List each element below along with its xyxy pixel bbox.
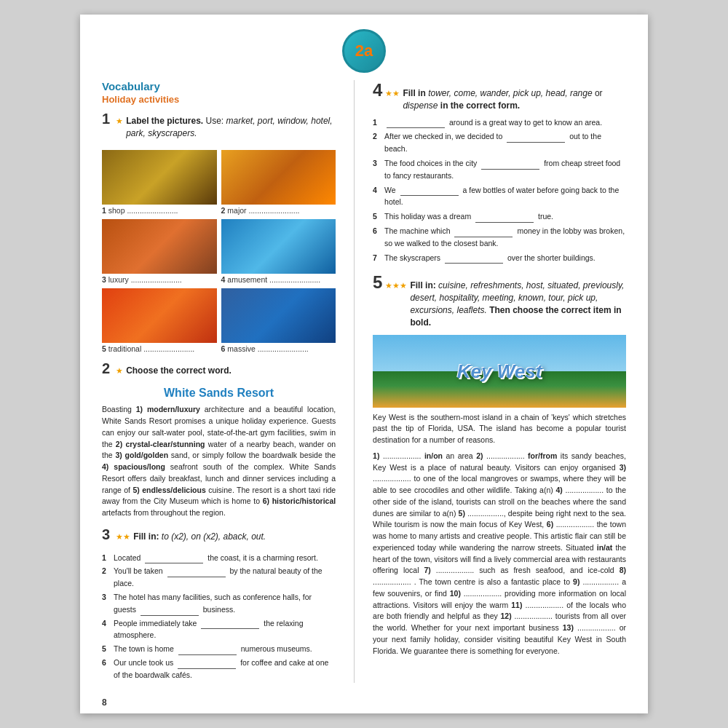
ex5-passage-main: 1) .................. in/on an area 2) .… [373,451,626,657]
ex3-item-1: 1 Located the coast, it is a charming re… [102,552,336,564]
badge: 2a [342,29,386,73]
ex1-stars: ★ [116,116,123,126]
left-column: Vocabulary Holiday activities 1 ★ Label … [102,80,336,683]
ex4-items: 1 around is a great way to get to know a… [373,116,626,264]
ex4-stars: ★★ [385,89,400,98]
img-label-5: 5 traditional ........................ [102,344,217,353]
ex4-item-1: 1 around is a great way to get to know a… [373,116,626,129]
keywest-title: Key West [457,360,542,382]
exercise-5: 5 ★★★ Fill in: cuisine, refreshments, ho… [373,272,626,657]
ex3-instruction: Fill in: to (x2), on (x2), aback, out. [133,531,266,543]
image-shop [102,150,217,205]
image-market [102,288,217,343]
exercise-4: 4 ★★ Fill in tower, come, wander, pick u… [373,80,626,264]
section-subtitle: Holiday activities [102,94,336,105]
page: 2a Vocabulary Holiday activities 1 ★ Lab… [80,15,648,713]
vocabulary-title: Vocabulary [102,80,336,92]
badge-text: 2a [355,41,373,60]
ex2-instruction: Choose the correct word. [126,365,232,377]
ex2-number: 2 [102,360,110,377]
ex4-item-6: 6 The machine which money in the lobby w… [373,225,626,250]
image-port [221,150,336,205]
ex2-passage: Boasting 1) modern/luxury architecture a… [102,404,336,519]
ex4-item-4: 4 We a few bottles of water before going… [373,184,626,209]
ex3-item-2: 2 You'll be taken by the natural beauty … [102,565,336,590]
img-label-3: 3 luxury ........................ [102,275,217,284]
white-sands-title: White Sands Resort [102,387,336,400]
ex4-item-5: 5 This holiday was a dream true. [373,210,626,223]
exercise-1: 1 ★ Label the pictures. Use: market, por… [102,111,336,353]
ex5-instruction: Fill in: cuisine, refreshments, host, si… [410,280,626,328]
image-grid: 1 shop ........................ 2 major … [102,150,336,353]
ex3-item-6: 6 Our uncle took us for coffee and cake … [102,657,336,681]
image-skyscrapers [221,288,336,343]
ex5-number: 5 [373,272,382,293]
image-cell-1: 1 shop ........................ [102,150,217,215]
img-label-4: 4 amusement ........................ [221,275,336,284]
ex2-stars: ★ [116,366,123,376]
ex4-item-3: 3 The food choices in the city from chea… [373,157,626,182]
image-cell-3: 3 luxury ........................ [102,219,217,284]
img-label-6: 6 massive ........................ [221,344,336,353]
image-cell-2: 2 major ........................ [221,150,336,215]
keywest-image: Key West [373,335,626,408]
image-amusement [221,219,336,274]
ex5-stars: ★★★ [385,281,407,290]
ex3-item-5: 5 The town is home numerous museums. [102,643,336,655]
ex5-passage-intro: Key West is the southern-most island in … [373,412,626,446]
img-label-2: 2 major ........................ [221,206,336,215]
image-cell-4: 4 amusement ........................ [221,219,336,284]
ex3-item-4: 4 People immediately take the relaxing a… [102,617,336,642]
right-column: 4 ★★ Fill in tower, come, wander, pick u… [373,80,626,683]
ex4-item-7: 7 The skyscrapers over the shorter build… [373,252,626,264]
image-cell-6: 6 massive ........................ [221,288,336,353]
ex3-item-3: 3 The hotel has many facilities, such as… [102,591,336,616]
ex3-number: 3 [102,526,110,543]
img-label-1: 1 shop ........................ [102,206,217,215]
ex1-instruction: Label the pictures. Use: market, port, w… [126,115,336,140]
exercise-3: 3 ★★ Fill in: to (x2), on (x2), aback, o… [102,526,336,681]
ex4-number: 4 [373,80,382,100]
badge-container: 2a [102,29,626,73]
ex3-items: 1 Located the coast, it is a charming re… [102,552,336,681]
ex1-number: 1 [102,111,110,127]
image-cell-5: 5 traditional ........................ [102,288,217,353]
image-luxury [102,219,217,274]
ex3-stars: ★★ [116,532,130,542]
ex4-item-2: 2 After we checked in, we decided to out… [373,130,626,155]
page-number: 8 [102,697,107,708]
ex4-instruction: Fill in tower, come, wander, pick up, he… [403,87,626,112]
column-divider [354,80,355,683]
exercise-2: 2 ★ Choose the correct word. White Sands… [102,360,336,519]
